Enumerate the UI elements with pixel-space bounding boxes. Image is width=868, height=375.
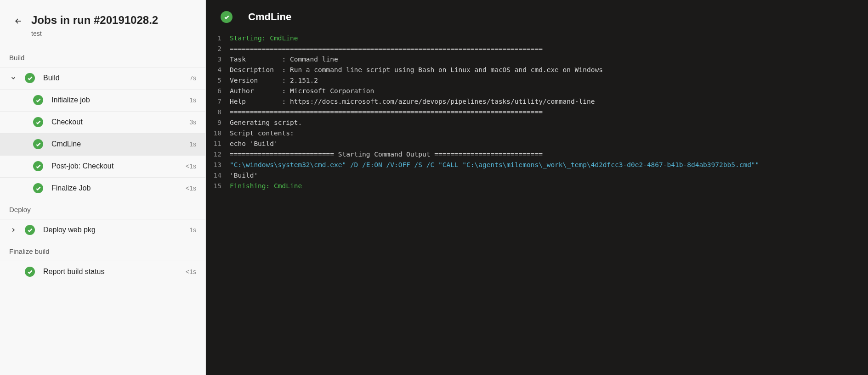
stage-label: Deploy xyxy=(0,199,205,219)
log-line: 7Help : https://docs.microsoft.com/azure… xyxy=(206,96,868,107)
log-text: 'Build' xyxy=(230,170,868,181)
log-text: Version : 2.151.2 xyxy=(230,75,868,86)
line-number: 2 xyxy=(206,44,230,54)
job-name: Report build status xyxy=(43,268,186,276)
log-header: CmdLine xyxy=(206,0,868,31)
step-duration: <1s xyxy=(186,185,196,192)
step-row[interactable]: Finalize Job<1s xyxy=(0,177,205,199)
success-icon xyxy=(25,73,35,83)
success-icon xyxy=(33,183,43,193)
log-line: 10Script contents: xyxy=(206,128,868,139)
job-duration: 1s xyxy=(189,226,196,234)
arrow-left-icon xyxy=(14,17,23,26)
log-line: 13"C:\windows\system32\cmd.exe" /D /E:ON… xyxy=(206,160,868,170)
step-name: CmdLine xyxy=(51,140,189,148)
step-name: Initialize job xyxy=(51,96,189,104)
step-name: Finalize Job xyxy=(51,184,186,192)
page-subtitle: test xyxy=(31,30,158,37)
success-icon xyxy=(25,267,35,277)
line-number: 3 xyxy=(206,54,230,65)
job-row[interactable]: Deploy web pkg1s xyxy=(0,219,205,241)
job-duration: <1s xyxy=(186,268,196,275)
log-line: 2=======================================… xyxy=(206,44,868,54)
step-name: Checkout xyxy=(51,118,189,126)
log-line: 15Finishing: CmdLine xyxy=(206,181,868,191)
page-title: Jobs in run #20191028.2 xyxy=(31,14,158,27)
step-duration: <1s xyxy=(186,162,196,170)
line-number: 6 xyxy=(206,86,230,96)
log-text: "C:\windows\system32\cmd.exe" /D /E:ON /… xyxy=(230,160,868,170)
line-number: 15 xyxy=(206,181,230,191)
step-duration: 3s xyxy=(189,118,196,126)
stages-list: BuildBuild7sInitialize job1sCheckout3sCm… xyxy=(0,47,205,283)
log-text: ========================== Starting Comm… xyxy=(230,149,868,160)
log-line: 6Author : Microsoft Corporation xyxy=(206,86,868,96)
job-row[interactable]: Report build status<1s xyxy=(0,261,205,283)
step-row[interactable]: Checkout3s xyxy=(0,111,205,133)
log-text: Starting: CmdLine xyxy=(230,33,868,44)
line-number: 4 xyxy=(206,65,230,75)
log-text: Author : Microsoft Corporation xyxy=(230,86,868,96)
line-number: 8 xyxy=(206,107,230,118)
success-icon xyxy=(33,161,43,171)
success-icon xyxy=(33,117,43,127)
log-line: 8=======================================… xyxy=(206,107,868,118)
log-line: 3Task : Command line xyxy=(206,54,868,65)
success-icon xyxy=(33,95,43,105)
log-title: CmdLine xyxy=(248,11,291,23)
line-number: 13 xyxy=(206,160,230,170)
job-row[interactable]: Build7s xyxy=(0,67,205,89)
log-body[interactable]: 1Starting: CmdLine2=====================… xyxy=(206,31,868,202)
log-text: Task : Command line xyxy=(230,54,868,65)
jobs-sidebar: Jobs in run #20191028.2 test BuildBuild7… xyxy=(0,0,206,375)
line-number: 10 xyxy=(206,128,230,139)
success-icon xyxy=(33,139,43,149)
chevron-icon[interactable] xyxy=(9,74,17,82)
log-line: 5Version : 2.151.2 xyxy=(206,75,868,86)
log-text: Finishing: CmdLine xyxy=(230,181,868,191)
stage-label: Finalize build xyxy=(0,241,205,261)
line-number: 1 xyxy=(206,33,230,44)
sidebar-header: Jobs in run #20191028.2 test xyxy=(0,0,205,47)
log-line: 9Generating script. xyxy=(206,118,868,128)
stage-label: Build xyxy=(0,47,205,67)
line-number: 12 xyxy=(206,149,230,160)
log-line: 11echo 'Build' xyxy=(206,139,868,149)
chevron-icon[interactable] xyxy=(9,226,17,234)
log-text: echo 'Build' xyxy=(230,139,868,149)
step-name: Post-job: Checkout xyxy=(51,162,186,170)
line-number: 9 xyxy=(206,118,230,128)
success-icon xyxy=(221,11,233,23)
log-line: 4Description : Run a command line script… xyxy=(206,65,868,75)
job-duration: 7s xyxy=(189,74,196,82)
line-number: 7 xyxy=(206,96,230,107)
job-name: Build xyxy=(43,74,189,82)
step-duration: 1s xyxy=(189,140,196,148)
log-text: ========================================… xyxy=(230,44,868,54)
log-line: 12========================== Starting Co… xyxy=(206,149,868,160)
log-text: Help : https://docs.microsoft.com/azure/… xyxy=(230,96,868,107)
log-text: Generating script. xyxy=(230,118,868,128)
log-text: Description : Run a command line script … xyxy=(230,65,868,75)
step-row[interactable]: CmdLine1s xyxy=(0,133,205,155)
log-line: 1Starting: CmdLine xyxy=(206,33,868,44)
step-row[interactable]: Post-job: Checkout<1s xyxy=(0,155,205,177)
step-row[interactable]: Initialize job1s xyxy=(0,89,205,111)
line-number: 5 xyxy=(206,75,230,86)
line-number: 14 xyxy=(206,170,230,181)
log-line: 14'Build' xyxy=(206,170,868,181)
line-number: 11 xyxy=(206,139,230,149)
back-button[interactable] xyxy=(13,16,24,27)
job-name: Deploy web pkg xyxy=(43,226,189,234)
success-icon xyxy=(25,225,35,235)
log-text: ========================================… xyxy=(230,107,868,118)
log-text: Script contents: xyxy=(230,128,868,139)
step-duration: 1s xyxy=(189,96,196,104)
log-panel: CmdLine 1Starting: CmdLine2=============… xyxy=(206,0,868,375)
